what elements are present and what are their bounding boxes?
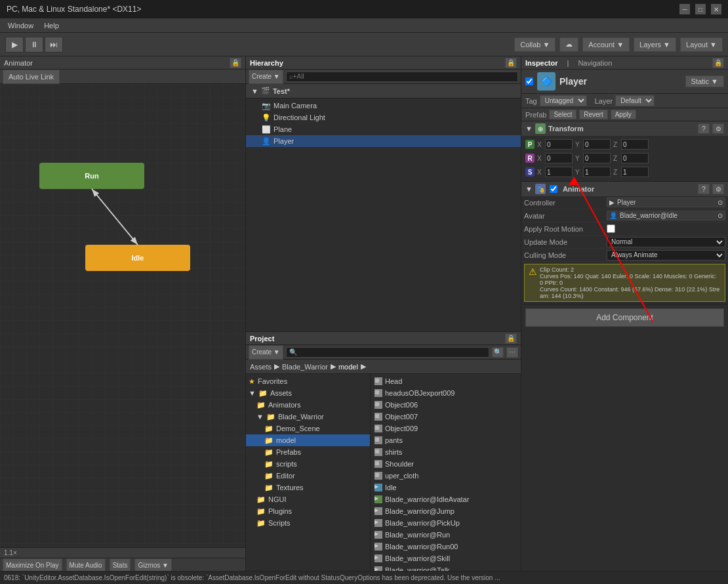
file-blade-skill[interactable]: ▶ Blade_warrior@Skill bbox=[371, 553, 521, 564]
file-blade-idle-avatar[interactable]: ▶ Blade_warrior@IdleAvatar bbox=[371, 493, 521, 505]
file-obj009[interactable]: ▦ Object009 bbox=[371, 423, 521, 434]
tree-model[interactable]: 📁 model bbox=[246, 434, 370, 446]
scale-z[interactable] bbox=[621, 167, 649, 177]
tree-plugins[interactable]: 📁 Plugins bbox=[246, 505, 370, 517]
tree-scripts2[interactable]: 📁 Scripts bbox=[246, 517, 370, 529]
hierarchy-item-player[interactable]: 👤 Player bbox=[246, 135, 521, 147]
file-blade-pickup[interactable]: ▶ Blade_warrior@PickUp bbox=[371, 517, 521, 529]
file-blade-jump[interactable]: ▶ Blade_warrior@Jump bbox=[371, 505, 521, 517]
file-pants[interactable]: ▦ pants bbox=[371, 434, 521, 446]
add-component-button[interactable]: Add Component bbox=[525, 308, 724, 327]
hierarchy-item-plane[interactable]: ⬜ Plane bbox=[246, 123, 521, 135]
active-checkbox[interactable] bbox=[525, 77, 533, 85]
animator-comp-title: Animator bbox=[563, 185, 695, 193]
revert-button[interactable]: Revert bbox=[579, 110, 607, 119]
culling-mode-row: Culling Mode Always Animate bbox=[521, 249, 728, 262]
file-blade-run[interactable]: ▶ Blade_warrior@Run bbox=[371, 529, 521, 541]
animator-component-header[interactable]: ▼ 🎭 Animator ? ⚙ bbox=[521, 182, 728, 196]
layout-button[interactable]: Layout ▼ bbox=[680, 37, 723, 52]
menu-help[interactable]: Help bbox=[39, 20, 64, 31]
tree-ngui[interactable]: 📁 NGUI bbox=[246, 493, 370, 505]
apply-root-motion-checkbox[interactable] bbox=[607, 224, 615, 233]
tree-editor[interactable]: 📁 Editor bbox=[246, 470, 370, 482]
run-state-node[interactable]: Run bbox=[39, 163, 144, 189]
position-y[interactable] bbox=[583, 139, 611, 150]
apply-button[interactable]: Apply bbox=[611, 110, 636, 119]
menu-window[interactable]: Window bbox=[3, 20, 39, 31]
animator-enable-checkbox[interactable] bbox=[550, 185, 557, 193]
animator-menu-btn[interactable]: ⚙ bbox=[712, 184, 724, 194]
project-create-btn[interactable]: Create ▼ bbox=[249, 345, 283, 360]
tree-scripts[interactable]: 📁 scripts bbox=[246, 458, 370, 470]
rotation-label: R bbox=[525, 154, 535, 163]
avatar-value: 👤 Blade_warrior@Idle ⊙ bbox=[607, 211, 725, 220]
animator-tab-label: Animator bbox=[4, 59, 33, 67]
transform-header[interactable]: ▼ ⊕ Transform ? ⚙ bbox=[521, 121, 728, 136]
animator-lock-btn[interactable]: 🔒 bbox=[230, 58, 241, 68]
minimize-button[interactable]: ─ bbox=[679, 4, 690, 14]
animator-comp-actions: ? ⚙ bbox=[698, 184, 724, 194]
scale-x[interactable] bbox=[545, 167, 573, 177]
hierarchy-search-input[interactable] bbox=[286, 72, 518, 82]
inspector-lock-btn[interactable]: 🔒 bbox=[712, 58, 724, 68]
auto-live-link-btn[interactable]: Auto Live Link bbox=[3, 70, 60, 84]
tree-blade-warrior[interactable]: ▼ 📁 Blade_Warrior bbox=[246, 411, 370, 423]
file-obj007[interactable]: ▦ Object007 bbox=[371, 411, 521, 423]
pause-button[interactable]: ⏸ bbox=[25, 37, 43, 52]
select-button[interactable]: Select bbox=[549, 110, 576, 119]
static-button[interactable]: Static ▼ bbox=[685, 75, 724, 87]
transform-help-btn[interactable]: ? bbox=[698, 123, 710, 134]
file-uper-cloth[interactable]: ▦ uper_cloth bbox=[371, 470, 521, 482]
project-lock-btn[interactable]: 🔒 bbox=[505, 333, 517, 344]
tag-select[interactable]: Untagged bbox=[540, 95, 587, 106]
tree-textures[interactable]: 📁 Textures bbox=[246, 482, 370, 493]
hierarchy-item-camera[interactable]: 📷 Main Camera bbox=[246, 100, 521, 112]
file-shirts[interactable]: ▦ shirts bbox=[371, 446, 521, 458]
idle-state-node[interactable]: Idle bbox=[85, 245, 190, 271]
layer-select[interactable]: Default bbox=[615, 95, 655, 106]
scale-y[interactable] bbox=[583, 167, 611, 177]
close-button[interactable]: ✕ bbox=[711, 4, 721, 14]
file-obj006[interactable]: ▦ Object006 bbox=[371, 399, 521, 411]
tree-prefabs[interactable]: 📁 Prefabs bbox=[246, 446, 370, 458]
file-icon-uper-cloth: ▦ bbox=[374, 472, 382, 480]
file-blade-run00[interactable]: ▶ Blade_warrior@Run00 bbox=[371, 541, 521, 553]
file-shoulder[interactable]: ▦ Shoulder bbox=[371, 458, 521, 470]
project-search-btn[interactable]: 🔍 bbox=[492, 347, 504, 358]
project-options-btn[interactable]: ⋯ bbox=[506, 347, 518, 358]
file-idle[interactable]: ▶ Idle bbox=[371, 482, 521, 493]
tree-assets[interactable]: ▼ 📁 Assets bbox=[246, 387, 370, 399]
hierarchy-lock-btn[interactable]: 🔒 bbox=[505, 58, 517, 68]
cloud-button[interactable]: ☁ bbox=[559, 37, 578, 52]
tree-animators[interactable]: 📁 Animators bbox=[246, 399, 370, 411]
transform-menu-btn[interactable]: ⚙ bbox=[712, 123, 724, 134]
object-header: 🔷 Player Static ▼ bbox=[521, 70, 728, 94]
file-head[interactable]: ▦ Head bbox=[371, 375, 521, 387]
file-icon-blade-run00: ▶ bbox=[374, 543, 382, 551]
rotation-x[interactable] bbox=[545, 153, 573, 163]
tree-demo-scene[interactable]: 📁 Demo_Scene bbox=[246, 423, 370, 434]
file-headus[interactable]: ▦ headusOBJexport009 bbox=[371, 387, 521, 399]
maximize-button[interactable]: □ bbox=[695, 4, 706, 14]
hierarchy-item-directional-light[interactable]: 💡 Directional Light bbox=[246, 112, 521, 123]
play-button[interactable]: ▶ bbox=[5, 37, 24, 52]
layers-button[interactable]: Layers ▼ bbox=[634, 37, 676, 52]
rotation-z[interactable] bbox=[621, 153, 649, 163]
position-x[interactable] bbox=[545, 139, 573, 150]
scene-label: ▼ 🎬 Test* bbox=[246, 84, 521, 98]
animator-help-btn[interactable]: ? bbox=[698, 184, 710, 194]
culling-mode-select[interactable]: Always Animate bbox=[607, 250, 725, 261]
account-button[interactable]: Account ▼ bbox=[582, 37, 630, 52]
rotation-y[interactable] bbox=[583, 153, 611, 163]
collab-button[interactable]: Collab ▼ bbox=[514, 37, 556, 52]
controller-icon: ▶ bbox=[609, 199, 615, 206]
hierarchy-panel: Hierarchy 🔒 Create ▼ ▼ 🎬 Test* 📷 Main Ca… bbox=[246, 56, 521, 332]
animator-warning: ⚠ Clip Count: 2 Curves Pos: 140 Quat: 14… bbox=[524, 264, 725, 302]
project-search-input[interactable] bbox=[286, 347, 489, 358]
hierarchy-create-btn[interactable]: Create ▼ bbox=[249, 70, 283, 84]
step-button[interactable]: ⏭ bbox=[45, 37, 63, 52]
update-mode-select[interactable]: Normal bbox=[607, 237, 725, 247]
transform-title: Transform bbox=[548, 125, 695, 133]
position-z[interactable] bbox=[621, 139, 649, 150]
tree-favorites[interactable]: ★ Favorites bbox=[246, 375, 370, 387]
